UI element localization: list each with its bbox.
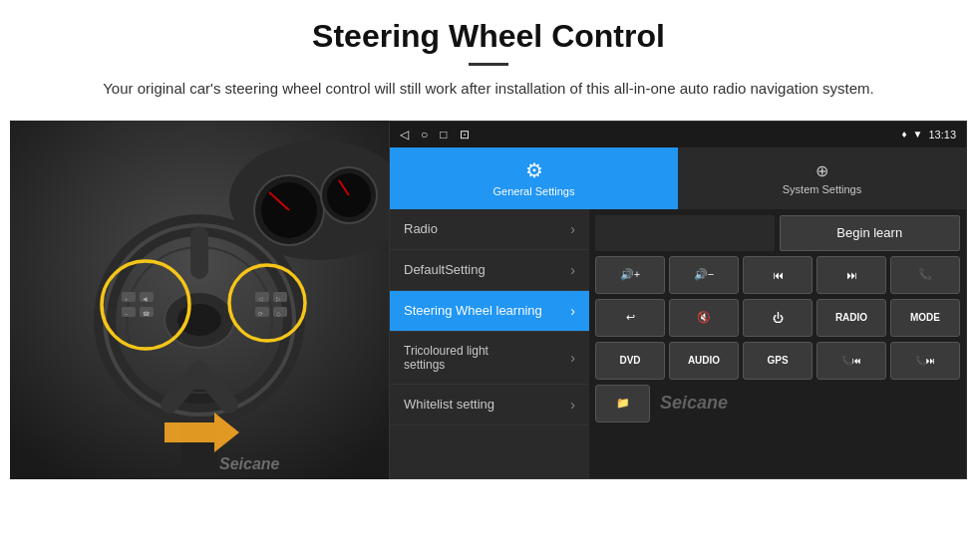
vol-up-button[interactable]: 🔊+ <box>595 256 665 294</box>
content-area: Radio › DefaultSetting › Steering Wheel … <box>390 209 966 478</box>
screenshot-icon[interactable]: ⊡ <box>460 128 470 141</box>
radio-button[interactable]: RADIO <box>816 299 886 337</box>
menu-item-tricoloured[interactable]: Tricoloured lightsettings › <box>390 332 589 385</box>
wifi-icon: ▼ <box>913 129 923 140</box>
menu-item-whitelist-label: Whitelist setting <box>404 397 494 412</box>
gps-label: GPS <box>767 355 788 366</box>
svg-text:◇: ◇ <box>276 311 281 317</box>
hang-button[interactable]: ↩ <box>595 299 665 337</box>
main-content: + − ◀ ☎ ◁ ▷ ⟳ ◇ <box>10 121 967 479</box>
menu-item-steering[interactable]: Steering Wheel learning › <box>390 291 589 332</box>
svg-text:−: − <box>125 311 129 317</box>
menu-arrow-radio: › <box>570 221 575 237</box>
tab-system-label: System Settings <box>783 183 861 195</box>
audio-label: AUDIO <box>688 355 720 366</box>
prev-track-button[interactable]: ⏮ <box>743 256 813 294</box>
mute-icon: 🔇 <box>697 311 711 324</box>
location-icon: ♦ <box>901 129 906 140</box>
menu-item-tricoloured-label: Tricoloured lightsettings <box>404 344 488 372</box>
svg-text:+: + <box>125 296 129 302</box>
audio-button[interactable]: AUDIO <box>669 342 739 380</box>
status-time: 13:13 <box>928 129 956 140</box>
vol-down-button[interactable]: 🔊− <box>669 256 739 294</box>
power-icon: ⏻ <box>773 312 784 324</box>
folder-icon: 📁 <box>616 397 630 410</box>
svg-text:☎: ☎ <box>143 311 151 317</box>
call-button[interactable]: 📞 <box>890 256 960 294</box>
svg-text:◁: ◁ <box>258 296 263 302</box>
power-button[interactable]: ⏻ <box>743 299 813 337</box>
begin-learn-row: Begin learn <box>595 215 960 251</box>
seicane-watermark: Seicane <box>660 393 728 414</box>
system-settings-icon: ⊕ <box>815 161 828 180</box>
vol-down-icon: 🔊− <box>694 268 714 281</box>
menu-arrow-steering: › <box>570 303 575 319</box>
mode-label: MODE <box>910 312 940 323</box>
page-subtitle: Your original car's steering wheel contr… <box>90 78 887 101</box>
page-title: Steering Wheel Control <box>20 18 957 55</box>
dvd-label: DVD <box>619 355 640 366</box>
prev-track-icon: ⏮ <box>773 269 784 281</box>
back-icon[interactable]: ◁ <box>400 128 409 141</box>
svg-text:⟳: ⟳ <box>258 311 263 317</box>
call-prev-button[interactable]: 📞⏮ <box>816 342 886 380</box>
button-row-1: 🔊+ 🔊− ⏮ ⏭ 📞 <box>595 256 960 294</box>
menu-arrow-whitelist: › <box>570 397 575 413</box>
car-background: + − ◀ ☎ ◁ ▷ ⟳ ◇ <box>10 121 389 479</box>
general-settings-icon: ⚙ <box>525 158 543 182</box>
left-menu: Radio › DefaultSetting › Steering Wheel … <box>390 209 589 478</box>
next-track-button[interactable]: ⏭ <box>816 256 886 294</box>
menu-item-radio-label: Radio <box>404 221 438 236</box>
dvd-button[interactable]: DVD <box>595 342 665 380</box>
recents-icon[interactable]: □ <box>440 128 447 141</box>
tab-general-label: General Settings <box>493 185 575 197</box>
call-next-button[interactable]: 📞⏭ <box>890 342 960 380</box>
svg-text:◀: ◀ <box>143 296 148 302</box>
status-bar-info: ♦ ▼ 13:13 <box>901 129 956 140</box>
menu-item-radio[interactable]: Radio › <box>390 209 589 250</box>
radio-label: RADIO <box>835 312 867 323</box>
button-row-2: ↩ 🔇 ⏻ RADIO MODE <box>595 299 960 337</box>
tab-system-settings[interactable]: ⊕ System Settings <box>678 147 966 209</box>
begin-learn-empty <box>595 215 775 251</box>
button-row-3: DVD AUDIO GPS 📞⏮ 📞⏭ <box>595 342 960 380</box>
button-row-4: 📁 Seicane <box>595 385 960 422</box>
home-icon[interactable]: ○ <box>421 128 428 141</box>
tab-general-settings[interactable]: ⚙ General Settings <box>390 147 678 209</box>
menu-item-default-label: DefaultSetting <box>404 262 486 277</box>
svg-text:▷: ▷ <box>276 296 281 302</box>
call-icon: 📞 <box>918 268 932 281</box>
begin-learn-button[interactable]: Begin learn <box>780 215 961 251</box>
top-tabs: ⚙ General Settings ⊕ System Settings <box>390 147 966 209</box>
status-bar: ◁ ○ □ ⊡ ♦ ▼ 13:13 <box>390 122 966 147</box>
hang-icon: ↩ <box>626 311 635 324</box>
right-panel: Begin learn 🔊+ 🔊− ⏮ ⏭ <box>589 209 966 478</box>
call-next-icon: 📞⏭ <box>915 356 935 366</box>
menu-arrow-tricoloured: › <box>570 350 575 366</box>
car-image-section: + − ◀ ☎ ◁ ▷ ⟳ ◇ <box>10 121 389 479</box>
page-header: Steering Wheel Control Your original car… <box>0 0 977 111</box>
menu-arrow-default: › <box>570 262 575 278</box>
mute-button[interactable]: 🔇 <box>669 299 739 337</box>
status-bar-nav: ◁ ○ □ ⊡ <box>400 128 470 141</box>
tablet-ui: ◁ ○ □ ⊡ ♦ ▼ 13:13 ⚙ General Settings ⊕ S… <box>389 121 967 479</box>
menu-item-whitelist[interactable]: Whitelist setting › <box>390 385 589 425</box>
menu-item-steering-label: Steering Wheel learning <box>404 303 542 318</box>
menu-item-default[interactable]: DefaultSetting › <box>390 250 589 291</box>
svg-text:Seicane: Seicane <box>219 455 280 472</box>
mode-button[interactable]: MODE <box>890 299 960 337</box>
svg-point-16 <box>177 304 221 336</box>
call-prev-icon: 📞⏮ <box>841 356 861 366</box>
folder-button[interactable]: 📁 <box>595 385 650 422</box>
gps-button[interactable]: GPS <box>743 342 813 380</box>
next-track-icon: ⏭ <box>846 269 857 281</box>
title-divider <box>469 63 508 66</box>
vol-up-icon: 🔊+ <box>620 268 640 281</box>
car-image-svg: + − ◀ ☎ ◁ ▷ ⟳ ◇ <box>10 121 389 479</box>
